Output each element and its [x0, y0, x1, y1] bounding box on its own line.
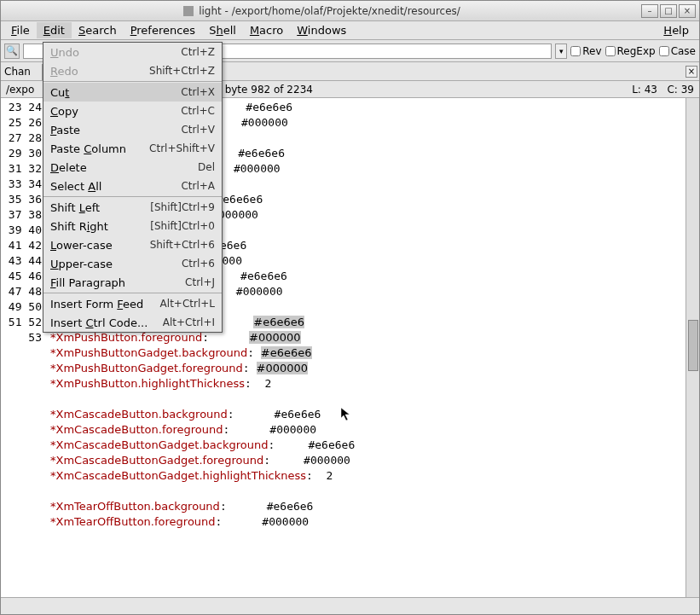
menuitem-copy[interactable]: CopyCtrl+C: [43, 102, 222, 120]
scrollbar-thumb[interactable]: [688, 320, 698, 371]
rev-checkbox[interactable]: Rev: [570, 45, 601, 57]
search-history-dropdown[interactable]: ▾: [555, 44, 567, 59]
menuitem-fill-paragraph[interactable]: Fill ParagraphCtrl+J: [43, 273, 222, 292]
menuitem-insert-ctrl-code[interactable]: Insert Ctrl Code...Alt+Ctrl+I: [43, 313, 222, 332]
status-line-col: L: 43 C: 39: [632, 84, 694, 96]
menuitem-delete[interactable]: DeleteDel: [43, 158, 222, 177]
search-icon[interactable]: 🔍: [4, 44, 20, 59]
menu-separator: [43, 293, 222, 293]
menuitem-upper-case[interactable]: Upper-caseCtrl+6: [43, 254, 222, 273]
app-icon: [183, 6, 194, 16]
menu-preferences[interactable]: Preferences: [124, 22, 202, 38]
menuitem-shift-right[interactable]: Shift Right[Shift]Ctrl+0: [43, 217, 222, 235]
close-tab-button[interactable]: ×: [686, 66, 697, 78]
menuitem-cut[interactable]: CutCtrl+X: [43, 83, 222, 102]
vertical-scrollbar[interactable]: [686, 98, 699, 597]
menu-search[interactable]: Search: [72, 22, 124, 38]
menu-separator: [43, 81, 222, 82]
regexp-checkbox[interactable]: RegExp: [605, 45, 656, 57]
menuitem-redo: RedoShift+Ctrl+Z: [43, 61, 222, 80]
close-window-button[interactable]: ×: [679, 4, 696, 18]
menu-help[interactable]: Help: [657, 22, 696, 38]
menu-macro[interactable]: Macro: [243, 22, 290, 38]
line-number-gutter: 23 24 25 26 27 28 29 30 31 32 33 34 35 3…: [1, 98, 47, 597]
maximize-button[interactable]: □: [660, 4, 677, 18]
menu-windows[interactable]: Windows: [290, 22, 353, 38]
titlebar: light - /export/home/olaf/Projekte/xnedi…: [1, 1, 699, 21]
menuitem-insert-form-feed[interactable]: Insert Form FeedAlt+Ctrl+L: [43, 294, 222, 313]
menu-shell[interactable]: Shell: [202, 22, 243, 38]
bottom-statusbar: [1, 597, 699, 614]
menu-separator: [43, 196, 222, 197]
menu-edit[interactable]: Edit: [37, 22, 72, 38]
replace-input[interactable]: [197, 44, 552, 59]
window-title-text: light - /export/home/olaf/Projekte/xnedi…: [199, 5, 460, 17]
window-title: light - /export/home/olaf/Projekte/xnedi…: [4, 5, 639, 17]
menuitem-paste-column[interactable]: Paste ColumnCtrl+Shift+V: [43, 139, 222, 158]
menuitem-select-all[interactable]: Select AllCtrl+A: [43, 177, 222, 195]
case-checkbox[interactable]: Case: [659, 45, 696, 57]
changed-indicator: Chan: [1, 66, 42, 78]
menuitem-paste[interactable]: PasteCtrl+V: [43, 120, 222, 139]
menu-file[interactable]: File: [4, 22, 37, 38]
edit-menu-dropdown: UndoCtrl+ZRedoShift+Ctrl+ZCutCtrl+XCopyC…: [43, 42, 223, 333]
menubar: FileEditSearchPreferencesShellMacroWindo…: [1, 21, 699, 40]
menuitem-undo: UndoCtrl+Z: [43, 43, 222, 61]
minimize-button[interactable]: –: [641, 4, 658, 18]
menuitem-shift-left[interactable]: Shift Left[Shift]Ctrl+9: [43, 198, 222, 217]
menuitem-lower-case[interactable]: Lower-caseShift+Ctrl+6: [43, 235, 222, 254]
